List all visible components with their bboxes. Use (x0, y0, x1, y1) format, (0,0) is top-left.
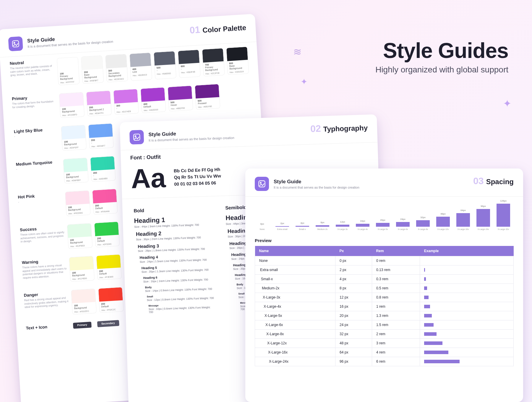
table-row: Medium-2x8 px0.5 rem (255, 284, 514, 293)
column-header: Example (420, 246, 514, 256)
color-swatch: 300-Hex : #D274EB (113, 89, 139, 115)
type-scale-item: Heading 4Size : 24px | 1.5rem Line Heigh… (135, 253, 213, 263)
spacing-table: NamePxRemExample None0 px0 remExtra-smal… (255, 246, 514, 366)
column-header: Px (335, 246, 372, 256)
spacing-bar: 48pxX-Large-12x (436, 213, 450, 230)
spacing-bar: 4pxSmall-x (295, 222, 310, 230)
type-scale-item: BodySize : 14px | 0.9rem Line Height: 13… (136, 284, 214, 293)
tone-button: Primary (73, 322, 92, 329)
type-scale-item: Heading 6Size : 16px | 1rem Line Height:… (136, 274, 214, 283)
color-swatch: 100BackgroundHex : #FCFBD0 (69, 256, 95, 282)
spacing-card: Style Guide It is a document that serves… (245, 168, 523, 402)
spacing-bar: 8pxMedium-2x (315, 221, 330, 230)
palette-label: Text + Icon (26, 323, 70, 330)
table-row: X-Large-4x16 px1 rem (255, 302, 514, 311)
type-scale-item: SmallSize : 12px | 0.8rem Line Height: 1… (136, 293, 215, 302)
color-swatch: 700Primary BackgroundHex : #2C2F38 (202, 48, 225, 76)
page-number: 01 (189, 24, 200, 36)
svg-point-1 (14, 42, 15, 43)
spacing-bar: 24pxX-Large-6x (395, 218, 410, 230)
table-row: None0 px0 rem (255, 256, 514, 265)
table-row: X-Large-6x24 px1.5 rem (255, 320, 514, 330)
table-row: X-Large-3x12 px0.8 rem (255, 293, 514, 302)
color-swatch: 500HoverHex : #8B2FB3 (168, 85, 193, 111)
type-scale-item: MessageSize : 10px | 0.6rem Line Height:… (137, 302, 215, 314)
app-icon (129, 130, 144, 144)
table-row: X-Large-24x96 px6 rem (255, 357, 514, 366)
page-label: Typhography (323, 124, 368, 134)
table-row: Small-x4 px0.3 rem (255, 275, 514, 284)
color-swatch: 600-Hex : #3B3F4B (178, 49, 200, 78)
color-swatch: 600PressedHex : #6B1F8E (195, 84, 220, 110)
svg-point-5 (260, 182, 261, 184)
color-swatch: 200Base BackgroundHex : #F8F8F7 (81, 55, 104, 84)
palette-desc: Red has a strong visual appeal and insti… (24, 296, 69, 309)
color-swatch: 100BackgroundHex : #FCEBFD (59, 92, 85, 118)
color-swatch: 100BackgroundHex : #E2FBE8 (67, 223, 93, 249)
palette-row: NeutralThe neutral color palette consist… (9, 46, 249, 88)
page-label: Spacing (486, 178, 514, 186)
app-icon (255, 177, 269, 191)
spacing-bar: 0pxNone (255, 223, 270, 230)
type-scale-item: Heading 5Size : 20px | 1.3rem Line Heigh… (135, 264, 214, 273)
spacing-bar: 64pxX-Large-16x (456, 209, 471, 230)
spacing-bar: 128pxX-Large-32x (496, 200, 511, 230)
palette-row: PrimaryThe colors that form the foundati… (12, 82, 251, 121)
spacing-bar: 96pxX-Large-24x (476, 205, 491, 230)
spacing-bar: 2pxExtra-small (275, 222, 290, 230)
specimen-aa: Aa (130, 162, 166, 194)
page-number: 02 (310, 123, 321, 134)
palette-desc: The colors that form the foundation for … (12, 100, 57, 109)
weight-bold: Bold (134, 206, 212, 213)
hero-title: Style Guides (383, 38, 508, 63)
color-swatch: 500-Hex : #595E6D (153, 51, 176, 79)
svg-point-3 (135, 136, 136, 137)
table-row: X-Large-5x20 px1.3 rem (255, 311, 514, 320)
type-scale-item: Heading 2Size : 36px | 2rem Line Height:… (134, 229, 213, 241)
spacing-bar: 16pxX-Large-4x (355, 220, 370, 230)
color-swatch: 200-Hex : #30D6B0 (90, 156, 116, 182)
color-swatch: 400LineHex : #B1B4C0 (129, 52, 152, 81)
color-swatch: 200DefaultHex : #F93C2C (98, 287, 124, 313)
hero-subtitle: Highly organized with global support (375, 65, 508, 74)
column-header: Name (255, 246, 335, 256)
color-swatch: 300Secondary BackgroundHex : #EDEDED (105, 54, 128, 82)
table-row: Extra-small2 px0.13 rem (255, 265, 514, 275)
color-swatch: 200Background 2Hex : #E9A7F4 (86, 90, 112, 116)
color-swatch: 200DefaultHex : #F95AA6 (92, 189, 118, 215)
column-header: Rem (372, 246, 420, 256)
page-number: 03 (473, 176, 484, 187)
preview-heading: Preview (255, 238, 514, 243)
color-swatch: 400DefaultHex : #A63DD0 (140, 87, 166, 113)
table-row: X-Large-16x64 px4 rem (255, 348, 514, 357)
spacing-bar: 32pxX-Large-8x (416, 216, 430, 230)
palette-desc: These colors have a strong visual appeal… (22, 263, 67, 280)
color-swatch: 100BackgroundHex : #FEEEEC (71, 288, 97, 315)
type-scale-item: Heading 3Size : 28px | 1.8rem Line Heigh… (135, 241, 213, 252)
color-swatch: 100Primary BackgroundHex : #FFFFFF (57, 57, 80, 85)
color-swatch: 100BackgroundHex : #D9FBEF (63, 158, 89, 184)
color-swatch: 200-Hex : #6FA6F7 (88, 123, 114, 149)
palette-desc: These colors are often used to signify a… (20, 231, 65, 244)
sparkle-icon: ✦ (503, 98, 511, 109)
color-swatch: 800Base BackgroundHex : #1B1D24 (226, 46, 249, 75)
table-row: X-Large-8x32 px2 rem (255, 330, 514, 339)
wave-decoration: ≋ (293, 46, 301, 58)
spacing-bar: 20pxX-Large-5x (375, 219, 390, 230)
sparkle-icon: ✦ (301, 77, 307, 87)
color-swatch: 100BackgroundHex : #FEE0EE (65, 190, 91, 216)
card-title: Style Guide (274, 179, 359, 185)
tone-button: Secondary (97, 320, 119, 327)
alphabet-specimen: Bb Cc Dd Ee Ff Gg Hh Qq Rr Ss Tt Uu Vv W… (173, 166, 221, 187)
color-swatch: 200DefaultHex : #F3E600 (96, 254, 122, 280)
color-swatch: 200DefaultHex : #2FD04C (94, 221, 120, 247)
palette-desc: The neutral color palette consists of ca… (10, 64, 55, 77)
app-icon (8, 36, 23, 51)
spacing-bar: 12pxX-Large-3x (335, 221, 350, 230)
table-row: X-Large-12x48 px3 rem (255, 339, 514, 348)
card-desc: It is a document that serves as the basi… (274, 186, 359, 189)
type-scale-item: Heading 1Size : 44px | 3rem Line Height:… (134, 215, 212, 228)
color-swatch: 100BackgroundHex : #EAF5FF (61, 125, 87, 151)
